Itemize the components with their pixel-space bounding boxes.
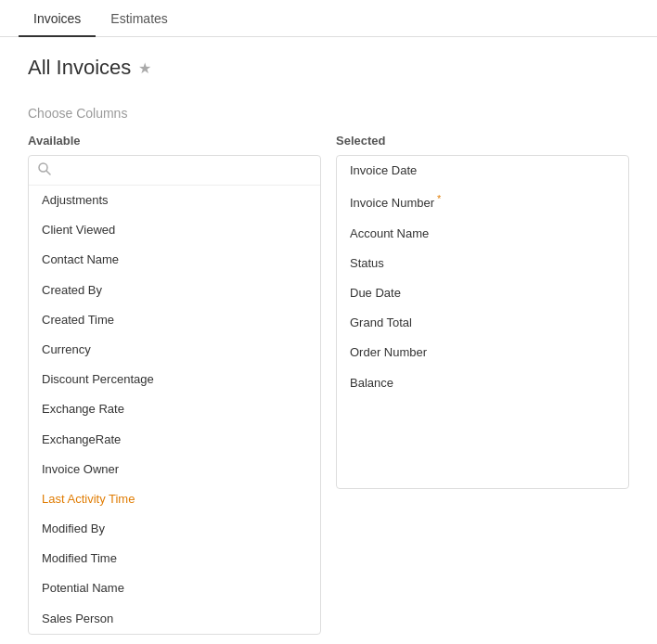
list-item[interactable]: Grand Total (337, 308, 628, 338)
list-item[interactable]: Account Name (337, 219, 628, 249)
list-item[interactable]: Order Number (337, 338, 628, 367)
columns-layout: Available AdjustmentsClient ViewedContac… (28, 134, 629, 635)
list-item[interactable]: ExchangeRate (29, 425, 320, 455)
search-row (29, 156, 320, 186)
available-panel: Available AdjustmentsClient ViewedContac… (28, 134, 321, 635)
svg-line-1 (46, 171, 50, 174)
list-item[interactable]: Modified Time (29, 544, 320, 573)
nav-tab-estimates[interactable]: Estimates (96, 0, 182, 37)
list-item[interactable]: Balance (337, 368, 628, 398)
list-item[interactable]: Created By (29, 276, 320, 305)
favorite-star-icon[interactable]: ★ (138, 59, 151, 77)
selected-header: Selected (336, 134, 629, 148)
available-header: Available (28, 134, 321, 148)
list-item[interactable]: Modified By (29, 514, 320, 544)
page-content: All Invoices ★ Choose Columns Available … (0, 37, 657, 644)
list-item[interactable]: Due Date (337, 278, 628, 308)
selected-box: Invoice DateInvoice Number *Account Name… (336, 155, 629, 489)
list-item[interactable]: Discount Percentage (29, 365, 320, 394)
nav-tabs: InvoicesEstimates (0, 0, 657, 37)
list-item[interactable]: Invoice Date (337, 156, 628, 186)
list-item[interactable]: Adjustments (29, 186, 320, 215)
page-title-row: All Invoices ★ (28, 56, 629, 80)
list-item[interactable]: Exchange Rate (29, 394, 320, 424)
list-item[interactable]: Contact Name (29, 245, 320, 275)
selected-panel: Selected Invoice DateInvoice Number *Acc… (336, 134, 629, 635)
page-title: All Invoices (28, 56, 131, 80)
list-item[interactable]: Potential Name (29, 573, 320, 603)
list-item[interactable]: Client Viewed (29, 215, 320, 245)
svg-point-0 (39, 163, 47, 172)
nav-tab-invoices[interactable]: Invoices (19, 0, 96, 37)
selected-list: Invoice DateInvoice Number *Account Name… (337, 156, 628, 398)
search-icon (38, 162, 51, 178)
list-item[interactable]: Sales Person (29, 604, 320, 634)
list-item[interactable]: Last Activity Time (29, 484, 320, 514)
list-item[interactable]: Created Time (29, 305, 320, 335)
list-item[interactable]: Currency (29, 335, 320, 365)
required-star-icon: * (434, 193, 441, 204)
list-item[interactable]: Invoice Owner (29, 455, 320, 484)
available-box: AdjustmentsClient ViewedContact NameCrea… (28, 155, 321, 635)
search-input[interactable] (57, 163, 311, 177)
list-item[interactable]: Status (337, 249, 628, 278)
available-list: AdjustmentsClient ViewedContact NameCrea… (29, 186, 320, 634)
section-label: Choose Columns (28, 106, 629, 121)
list-item[interactable]: Invoice Number * (337, 186, 628, 219)
